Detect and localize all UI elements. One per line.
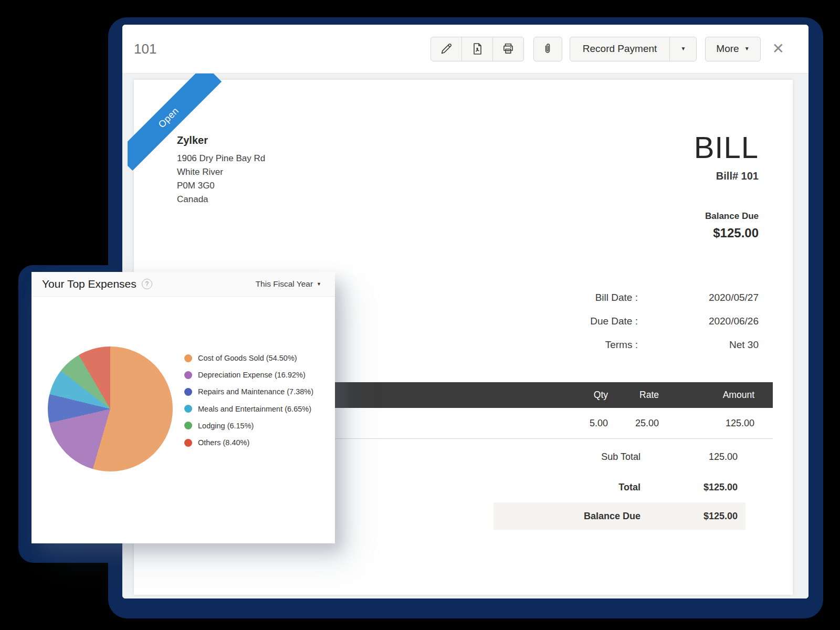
period-selector[interactable]: This Fiscal Year ▼ <box>256 279 321 289</box>
legend-label: Others (8.40%) <box>198 438 249 447</box>
balance-due-label: Balance Due <box>705 211 759 222</box>
pdf-file-icon <box>470 42 484 56</box>
column-header-amount: Amount <box>681 382 754 408</box>
vendor-address-line: 1906 Dry Pine Bay Rd <box>177 152 265 165</box>
legend-item: Meals and Entertainment (6.65%) <box>184 401 313 417</box>
total-label: Total <box>494 482 640 493</box>
chevron-down-icon: ▼ <box>680 46 686 51</box>
document-type-title: BILL <box>694 132 759 163</box>
subtotal-row: Sub Total 125.00 <box>494 442 746 472</box>
vendor-address-block: Zylker 1906 Dry Pine Bay Rd White River … <box>177 134 265 206</box>
close-icon[interactable]: ✕ <box>771 40 785 57</box>
document-actions-group <box>430 37 524 61</box>
total-row: Total $125.00 <box>494 472 746 502</box>
legend-label: Meals and Entertainment (6.65%) <box>198 405 311 413</box>
meta-value: Net 30 <box>638 339 759 351</box>
subtotal-value: 125.00 <box>640 452 746 463</box>
pie-legend: Cost of Goods Sold (54.50%)Depreciation … <box>184 350 313 451</box>
cell-rate: 25.00 <box>612 408 659 438</box>
record-payment-label: Record Payment <box>583 43 657 55</box>
chevron-down-icon: ▼ <box>317 282 321 287</box>
help-icon[interactable]: ? <box>142 279 152 289</box>
document-header: BILL Bill# 101 <box>694 132 759 182</box>
toolbar: 101 <box>122 25 808 74</box>
meta-label: Due Date : <box>465 316 638 327</box>
top-expenses-card: Your Top Expenses ? This Fiscal Year ▼ C… <box>32 272 335 543</box>
cell-qty: 5.00 <box>545 408 608 438</box>
balance-row-value: $125.00 <box>640 511 746 522</box>
legend-label: Cost of Goods Sold (54.50%) <box>198 354 297 362</box>
legend-color-dot <box>184 371 192 379</box>
expenses-title-text: Your Top Expenses <box>42 278 136 290</box>
balance-row-label: Balance Due <box>494 511 640 522</box>
meta-label: Bill Date : <box>465 292 638 303</box>
vendor-address-line: Canada <box>177 193 265 206</box>
legend-item: Lodging (6.15%) <box>184 417 313 434</box>
printer-icon <box>501 42 515 56</box>
more-label: More <box>716 43 739 55</box>
legend-color-dot <box>184 422 192 429</box>
expenses-card-title: Your Top Expenses ? <box>42 278 152 290</box>
legend-color-dot <box>184 388 192 396</box>
expenses-pie-chart <box>48 346 173 471</box>
column-header-qty: Qty <box>545 382 608 408</box>
meta-label: Terms : <box>465 339 638 351</box>
vendor-address-line: White River <box>177 165 265 179</box>
legend-item: Repairs and Maintenance (7.38%) <box>184 383 313 400</box>
edit-button[interactable] <box>431 37 462 61</box>
meta-row-terms: Terms : Net 30 <box>465 333 759 356</box>
meta-row-bill-date: Bill Date : 2020/05/27 <box>465 286 759 309</box>
balance-due-block: Balance Due $125.00 <box>705 211 759 240</box>
vendor-name: Zylker <box>177 134 265 146</box>
record-payment-dropdown[interactable]: ▼ <box>669 37 696 61</box>
meta-row-due-date: Due Date : 2020/06/26 <box>465 309 759 333</box>
more-button[interactable]: More ▼ <box>705 37 760 61</box>
bill-number: Bill# 101 <box>694 170 759 182</box>
balance-due-row: Balance Due $125.00 <box>494 502 746 530</box>
expenses-card-header: Your Top Expenses ? This Fiscal Year ▼ <box>32 272 335 297</box>
legend-label: Depreciation Expense (16.92%) <box>198 371 306 379</box>
legend-item: Others (8.40%) <box>184 434 313 451</box>
totals-section: Sub Total 125.00 Total $125.00 Balance D… <box>494 442 746 530</box>
chevron-down-icon: ▼ <box>744 46 750 51</box>
legend-item: Cost of Goods Sold (54.50%) <box>184 350 313 366</box>
balance-due-value: $125.00 <box>705 226 759 240</box>
document-id: 101 <box>134 41 156 57</box>
legend-color-dot <box>184 354 192 362</box>
subtotal-label: Sub Total <box>494 452 640 463</box>
total-value: $125.00 <box>640 482 746 493</box>
legend-label: Lodging (6.15%) <box>198 422 254 430</box>
bill-meta: Bill Date : 2020/05/27 Due Date : 2020/0… <box>465 286 759 356</box>
record-payment-button[interactable]: Record Payment <box>570 37 670 61</box>
meta-value: 2020/05/27 <box>638 292 759 303</box>
column-header-rate: Rate <box>612 382 659 408</box>
legend-color-dot <box>184 405 192 413</box>
legend-item: Depreciation Expense (16.92%) <box>184 366 313 383</box>
print-button[interactable] <box>493 37 523 61</box>
attachments-button[interactable] <box>533 37 562 61</box>
record-payment-split-button: Record Payment ▼ <box>570 37 697 61</box>
cell-amount: 125.00 <box>681 408 754 438</box>
legend-color-dot <box>184 439 192 447</box>
export-pdf-button[interactable] <box>462 37 493 61</box>
legend-label: Repairs and Maintenance (7.38%) <box>198 387 313 396</box>
vendor-address-line: P0M 3G0 <box>177 179 265 193</box>
toolbar-actions: Record Payment ▼ More ▼ ✕ <box>430 37 785 61</box>
pencil-icon <box>439 42 453 56</box>
paperclip-icon <box>541 43 554 55</box>
meta-value: 2020/06/26 <box>638 316 759 327</box>
period-selector-value: This Fiscal Year <box>256 279 313 289</box>
